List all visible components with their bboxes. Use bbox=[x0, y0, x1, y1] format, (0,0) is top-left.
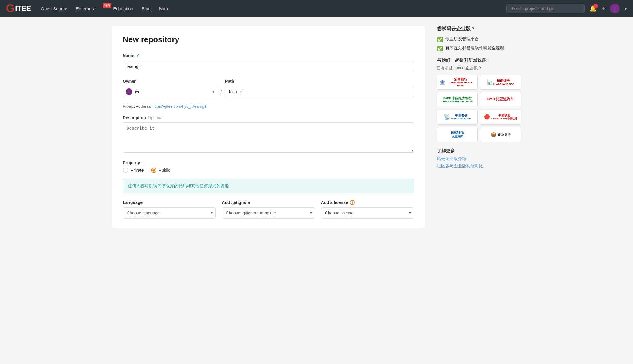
logo-grid: 🏦 招商银行CHINA MERCHANTS BANK 📊 招商证券ZHAOSHA… bbox=[437, 75, 521, 142]
description-section: Description Optional bbox=[123, 115, 414, 154]
gitignore-group: Add .gitignore Choose .gitignore templat… bbox=[222, 200, 315, 219]
logo-cmb: 🏦 招商银行CHINA MERCHANTS BANK bbox=[437, 75, 478, 90]
learn-more-section: 了解更多 码云企业版介绍 社区版与企业版功能对比 bbox=[437, 148, 521, 169]
plus-icon: + bbox=[602, 5, 605, 12]
nav-blog[interactable]: Blog bbox=[142, 6, 151, 11]
feature-1-text: 专业研发管理平台 bbox=[445, 36, 479, 42]
logo-telecom: 📡 中国电信CHINA TELECOM bbox=[437, 110, 478, 125]
name-input[interactable] bbox=[123, 61, 414, 72]
logo-bank: Bank 中国光大银行 CHINA EVERBRIGHT BANK bbox=[437, 92, 478, 107]
nav-education[interactable]: Education bbox=[113, 6, 133, 11]
path-input[interactable] bbox=[225, 86, 414, 97]
owner-section: Owner I iyu ▾ bbox=[123, 79, 217, 97]
promo-title: 尝试码云企业版？ bbox=[437, 26, 521, 32]
license-group: Add a license i Choose license ▾ bbox=[321, 200, 414, 219]
feature-2: ✅ 有序规划和管理软件研发全流程 bbox=[437, 45, 521, 51]
learn-more-title: 了解更多 bbox=[437, 148, 521, 154]
property-radio-group: Private Public bbox=[123, 168, 414, 173]
optional-label: Optional bbox=[148, 115, 163, 120]
property-section: Property Private Public bbox=[123, 160, 414, 173]
logo-unicom: 🔴 中国联通China Unicom中国联通 bbox=[480, 110, 521, 125]
nav-enterprise[interactable]: Enterprise 特惠 bbox=[76, 6, 105, 11]
project-address-link[interactable]: https://gitee.com/hyu_li/learngit bbox=[152, 104, 206, 109]
project-address: Proejct Address: https://gitee.com/hyu_l… bbox=[123, 104, 414, 109]
owner-label: Owner bbox=[123, 79, 217, 84]
chevron-down-icon: ▾ bbox=[166, 6, 169, 11]
owner-select-wrapper: I iyu ▾ bbox=[123, 86, 217, 97]
logo-pactera: pactera 文思海辉 bbox=[437, 127, 478, 142]
page-content: New repository Name ✓ Owner I iyu ▾ bbox=[106, 17, 527, 237]
language-label: Language bbox=[123, 200, 216, 205]
language-select[interactable]: Choose language bbox=[123, 207, 216, 219]
license-info-icon[interactable]: i bbox=[350, 200, 355, 205]
main-form: New repository Name ✓ Owner I iyu ▾ bbox=[112, 26, 425, 228]
license-select[interactable]: Choose license bbox=[321, 207, 414, 219]
gitignore-select[interactable]: Choose .gitignore template bbox=[222, 207, 315, 219]
enterprise-intro-link[interactable]: 码云企业版介绍 bbox=[437, 156, 521, 162]
feature-2-text: 有序规划和管理软件研发全流程 bbox=[445, 45, 504, 51]
path-section: Path bbox=[225, 79, 414, 97]
public-radio-inner bbox=[152, 169, 155, 172]
language-select-wrapper: Choose language ▾ bbox=[123, 207, 216, 219]
feature-2-check-icon: ✅ bbox=[437, 46, 443, 51]
page-title: New repository bbox=[123, 35, 414, 44]
logo[interactable]: G ITEE bbox=[6, 3, 31, 14]
name-check-icon: ✓ bbox=[136, 53, 140, 58]
search-input[interactable] bbox=[506, 4, 585, 13]
nav-my[interactable]: My ▾ bbox=[159, 6, 169, 11]
compare-link[interactable]: 社区版与企业版功能对比 bbox=[437, 163, 521, 169]
bottom-selects-row: Language Choose language ▾ Add .gitignor… bbox=[123, 200, 414, 219]
public-label: Public bbox=[159, 168, 170, 173]
license-label: Add a license i bbox=[321, 200, 414, 205]
name-label: Name ✓ bbox=[123, 53, 414, 58]
notification-button[interactable]: 🔔 1 bbox=[589, 5, 597, 12]
name-section: Name ✓ bbox=[123, 53, 414, 72]
feature-1-check-icon: ✅ bbox=[437, 37, 443, 42]
main-nav: Open Source Enterprise 特惠 Education Blog… bbox=[41, 6, 169, 11]
logo-itee-text: ITEE bbox=[15, 5, 31, 12]
radio-private[interactable]: Private bbox=[123, 168, 144, 173]
private-label: Private bbox=[131, 168, 144, 173]
logo-g-letter: G bbox=[6, 3, 14, 14]
nav-open-source[interactable]: Open Source bbox=[41, 6, 67, 11]
avatar[interactable]: I bbox=[610, 4, 620, 13]
gitignore-select-wrapper: Choose .gitignore template ▾ bbox=[222, 207, 315, 219]
owner-path-row: Owner I iyu ▾ / Path bbox=[123, 79, 414, 97]
radio-public[interactable]: Public bbox=[151, 168, 170, 173]
header-right: 🔔 1 + I ▾ bbox=[506, 4, 627, 13]
feature-1: ✅ 专业研发管理平台 bbox=[437, 36, 521, 42]
notification-badge: 1 bbox=[593, 4, 598, 8]
gitignore-label: Add .gitignore bbox=[222, 200, 315, 205]
logo-byd: BYD 比亚迪汽车 bbox=[480, 92, 521, 107]
together-title: 与他们一起提升研发效能 bbox=[437, 57, 521, 63]
path-label: Path bbox=[225, 79, 414, 84]
private-radio-circle bbox=[123, 168, 128, 173]
public-radio-circle bbox=[151, 168, 156, 173]
enterprise-badge: 特惠 bbox=[103, 3, 111, 8]
public-info-box: 任何人都可以访问该仓库的代码和其他任何形式的资源 bbox=[123, 179, 414, 193]
promo-section: 尝试码云企业版？ ✅ 专业研发管理平台 ✅ 有序规划和管理软件研发全流程 bbox=[437, 26, 521, 51]
logo-zuoye: 📦 作业盒子 bbox=[480, 127, 521, 142]
add-button[interactable]: + bbox=[602, 5, 605, 12]
description-label: Description Optional bbox=[123, 115, 414, 120]
license-select-wrapper: Choose license ▾ bbox=[321, 207, 414, 219]
path-divider: / bbox=[217, 88, 225, 96]
header: G ITEE Open Source Enterprise 特惠 Educati… bbox=[0, 0, 633, 17]
language-group: Language Choose language ▾ bbox=[123, 200, 216, 219]
description-textarea[interactable] bbox=[123, 122, 414, 153]
owner-select[interactable]: iyu bbox=[123, 86, 217, 97]
logo-zhaoshang: 📊 招商证券ZHAOSHANG SEC bbox=[480, 75, 521, 90]
avatar-chevron-icon: ▾ bbox=[625, 6, 627, 11]
sidebar: 尝试码云企业版？ ✅ 专业研发管理平台 ✅ 有序规划和管理软件研发全流程 与他们… bbox=[437, 26, 521, 228]
together-section: 与他们一起提升研发效能 已有超过 60000 企业客户 🏦 招商银行CHINA … bbox=[437, 57, 521, 142]
customer-count: 已有超过 60000 企业客户 bbox=[437, 66, 521, 71]
property-label: Property bbox=[123, 160, 414, 165]
